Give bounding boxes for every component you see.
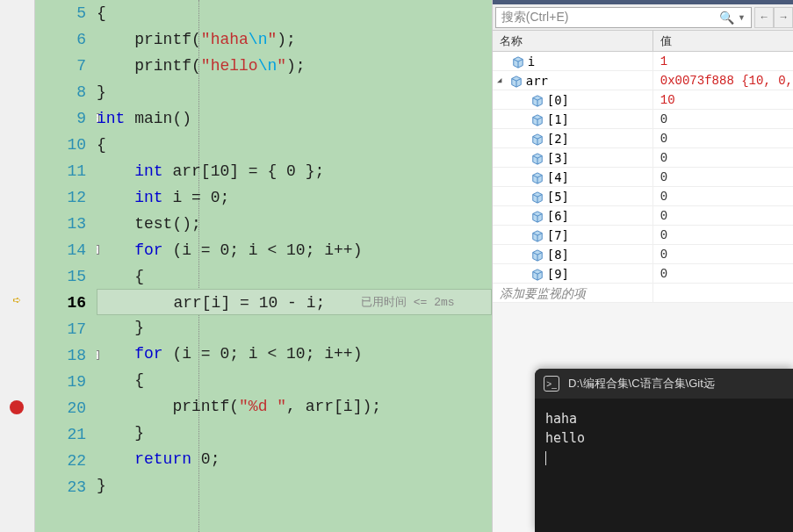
variable-name: i — [528, 52, 535, 70]
variable-icon — [531, 191, 544, 203]
breakpoint-margin[interactable]: ➪ — [0, 0, 35, 532]
variable-value[interactable]: 0 — [653, 245, 793, 263]
variable-value[interactable]: 0 — [653, 110, 793, 128]
line-number: 15 — [35, 263, 86, 290]
watch-row[interactable]: [7]0 — [493, 226, 793, 245]
variable-value[interactable]: 0 — [653, 168, 793, 186]
line-number: 11 — [35, 158, 86, 184]
watch-row[interactable]: [3]0 — [493, 148, 793, 168]
nav-next-button[interactable]: → — [774, 7, 793, 28]
code-editor[interactable]: ➪ 5 6 7 8 9 10 11 12 13 14 15 16 17 — [0, 0, 493, 532]
watch-row[interactable]: ◢arr0x0073f888 {10, 0, — [493, 71, 793, 90]
line-number: 16 — [35, 290, 86, 316]
watch-columns-header: 名称 值 — [493, 31, 793, 52]
watch-row[interactable]: [2]0 — [493, 129, 793, 148]
line-number: 17 — [35, 316, 86, 342]
watch-row[interactable]: [4]0 — [493, 168, 793, 187]
line-number: 20 — [35, 395, 86, 421]
variable-icon — [531, 133, 544, 145]
line-number: 23 — [35, 474, 86, 500]
variable-name: [6] — [547, 206, 569, 225]
variable-value[interactable]: 0 — [653, 148, 793, 167]
variable-value[interactable]: 0 — [653, 226, 793, 244]
line-number: 12 — [35, 184, 86, 211]
line-number: 21 — [35, 421, 86, 448]
line-number: 9 — [35, 105, 86, 132]
variable-name: [4] — [547, 168, 569, 186]
variable-icon — [531, 94, 544, 106]
variable-name: [3] — [547, 148, 569, 167]
variable-name: [7] — [547, 226, 569, 244]
variable-name: [5] — [547, 187, 569, 205]
watch-row[interactable]: [6]0 — [493, 206, 793, 226]
variable-name: [9] — [547, 264, 569, 283]
variable-icon — [510, 75, 523, 87]
variable-value[interactable]: 0 — [653, 264, 793, 283]
console-window[interactable]: >_ D:\编程合集\C语言合集\Git远 haha hello — [535, 369, 793, 532]
line-number: 18 — [35, 342, 86, 369]
variable-name: [8] — [547, 245, 569, 263]
watch-row[interactable]: [1]0 — [493, 110, 793, 129]
cursor-icon — [545, 451, 546, 465]
line-number: 22 — [35, 448, 86, 474]
watch-row[interactable]: [8]0 — [493, 245, 793, 264]
console-line: haha — [545, 409, 782, 428]
line-number: 7 — [35, 53, 86, 79]
variable-name: [1] — [547, 110, 569, 128]
expand-icon[interactable]: ◢ — [494, 75, 505, 86]
line-number: 8 — [35, 79, 86, 105]
console-icon: >_ — [544, 376, 559, 392]
search-input[interactable]: 搜索(Ctrl+E) 🔍 ▼ — [495, 7, 752, 28]
variable-icon — [531, 248, 544, 261]
variable-icon — [512, 55, 524, 68]
line-number: 19 — [35, 369, 86, 395]
console-line: hello — [545, 428, 782, 448]
variable-value[interactable]: 0 — [653, 206, 793, 225]
variable-value[interactable]: 1 — [653, 52, 793, 70]
console-title-text: D:\编程合集\C语言合集\Git远 — [568, 376, 715, 392]
watch-row[interactable]: [9]0 — [493, 264, 793, 284]
variable-value[interactable]: 0x0073f888 {10, 0, — [653, 71, 793, 90]
chevron-down-icon[interactable]: ▼ — [738, 13, 746, 22]
variable-icon — [531, 171, 544, 183]
variable-value[interactable]: 0 — [653, 129, 793, 147]
search-icon[interactable]: 🔍 — [719, 11, 734, 25]
line-number: 10 — [35, 132, 86, 158]
variable-icon — [531, 229, 544, 241]
line-number: 13 — [35, 211, 86, 237]
console-output: haha hello — [535, 399, 793, 478]
variable-name: [2] — [547, 129, 569, 147]
current-line-arrow-icon: ➪ — [9, 292, 25, 308]
line-number-gutter: 5 6 7 8 9 10 11 12 13 14 15 16 17 18 19 … — [35, 0, 97, 532]
nav-prev-button[interactable]: ← — [754, 7, 774, 28]
variable-name: [0] — [547, 90, 569, 109]
watch-rows: i1◢arr0x0073f888 {10, 0,[0]10[1]0[2]0[3]… — [493, 52, 793, 303]
column-value-header[interactable]: 值 — [653, 31, 793, 51]
watch-row[interactable]: i1 — [493, 52, 793, 71]
timing-label: 已用时间 <= 2ms — [361, 290, 455, 316]
watch-row[interactable]: [0]10 — [493, 90, 793, 110]
variable-value[interactable]: 0 — [653, 187, 793, 205]
variable-icon — [531, 113, 544, 126]
console-title-bar[interactable]: >_ D:\编程合集\C语言合集\Git远 — [535, 369, 793, 399]
add-watch-item[interactable]: 添加要监视的项 — [493, 284, 793, 303]
column-name-header[interactable]: 名称 — [493, 31, 653, 51]
line-number: 5 — [35, 0, 86, 26]
watch-row[interactable]: [5]0 — [493, 187, 793, 206]
line-number: 6 — [35, 26, 86, 53]
variable-icon — [531, 210, 544, 222]
line-number: 14 — [35, 237, 86, 263]
code-text[interactable]: − − − { printf("haha\n"); printf("hello\… — [97, 0, 492, 532]
variable-icon — [531, 268, 544, 280]
search-placeholder: 搜索(Ctrl+E) — [501, 10, 569, 25]
variable-value[interactable]: 10 — [653, 90, 793, 109]
variable-name: arr — [526, 71, 548, 90]
breakpoint-icon[interactable] — [9, 399, 25, 415]
variable-icon — [531, 152, 544, 164]
